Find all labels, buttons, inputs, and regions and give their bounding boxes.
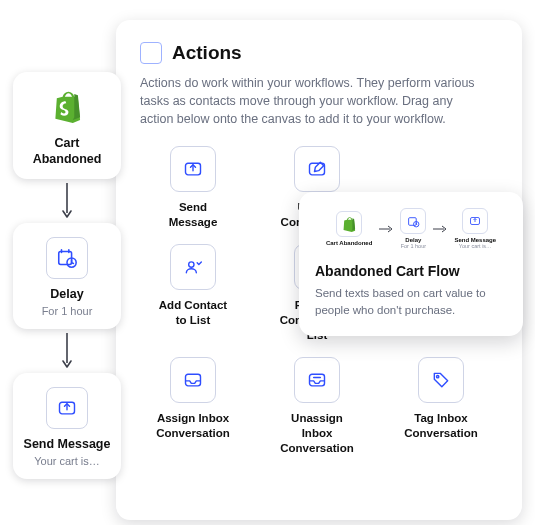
action-label: Add Contact to List [159, 298, 227, 328]
mini-sub: For 1 hour [401, 243, 426, 249]
arrow-right-icon [432, 225, 448, 233]
svg-rect-5 [310, 374, 325, 386]
workflow-column: Cart Abandoned Delay For 1 hour Send Mes… [12, 72, 122, 479]
action-tag-inbox[interactable]: Tag Inbox Conversation [388, 357, 494, 456]
tag-inbox-icon [418, 357, 464, 403]
workflow-step-sub: For 1 hour [23, 305, 111, 317]
mini-sub: Your cart is… [459, 243, 492, 249]
callout-card[interactable]: Cart Abandoned Delay For 1 hour Send Mes… [299, 192, 523, 336]
arrow-down-icon [60, 179, 74, 223]
workflow-step-cart-abandoned[interactable]: Cart Abandoned [13, 72, 121, 179]
panel-description: Actions do work within your workflows. T… [140, 74, 480, 128]
workflow-step-delay[interactable]: Delay For 1 hour [13, 223, 121, 329]
svg-point-6 [437, 376, 439, 378]
send-message-icon [46, 387, 88, 429]
unassign-inbox-icon [294, 357, 340, 403]
arrow-down-icon [60, 329, 74, 373]
actions-checkbox-icon [140, 42, 162, 64]
workflow-step-title: Cart Abandoned [23, 136, 111, 167]
delay-icon [400, 208, 426, 234]
svg-point-2 [189, 262, 194, 267]
svg-rect-4 [186, 374, 201, 386]
send-message-icon [462, 208, 488, 234]
mini-title: Cart Abandoned [326, 240, 372, 246]
action-unassign-inbox[interactable]: Unassign Inbox Conversation [264, 357, 370, 456]
workflow-step-send-message[interactable]: Send Message Your cart is… [13, 373, 121, 479]
shopify-bag-icon [46, 86, 88, 128]
update-contact-icon [294, 146, 340, 192]
delay-icon [46, 237, 88, 279]
action-label: Tag Inbox Conversation [404, 411, 478, 441]
callout-description: Send texts based on cart value to people… [315, 285, 507, 318]
action-label: Send Message [169, 200, 218, 230]
action-label: Unassign Inbox Conversation [280, 411, 354, 456]
assign-inbox-icon [170, 357, 216, 403]
action-send-message[interactable]: Send Message [140, 146, 246, 230]
mini-step-delay: Delay For 1 hour [400, 208, 426, 249]
panel-title: Actions [172, 42, 242, 64]
action-assign-inbox[interactable]: Assign Inbox Conversation [140, 357, 246, 456]
workflow-step-sub: Your cart is… [23, 455, 111, 467]
action-label: Assign Inbox Conversation [156, 411, 230, 441]
workflow-step-title: Send Message [23, 437, 111, 453]
callout-mini-flow: Cart Abandoned Delay For 1 hour Send Mes… [315, 208, 507, 249]
action-add-contact-to-list[interactable]: Add Contact to List [140, 244, 246, 343]
callout-title: Abandoned Cart Flow [315, 263, 507, 279]
send-message-icon [170, 146, 216, 192]
mini-step-send-message: Send Message Your cart is… [454, 208, 496, 249]
workflow-step-title: Delay [23, 287, 111, 303]
add-contact-list-icon [170, 244, 216, 290]
mini-step-cart-abandoned: Cart Abandoned [326, 211, 372, 246]
arrow-right-icon [378, 225, 394, 233]
shopify-bag-icon [336, 211, 362, 237]
